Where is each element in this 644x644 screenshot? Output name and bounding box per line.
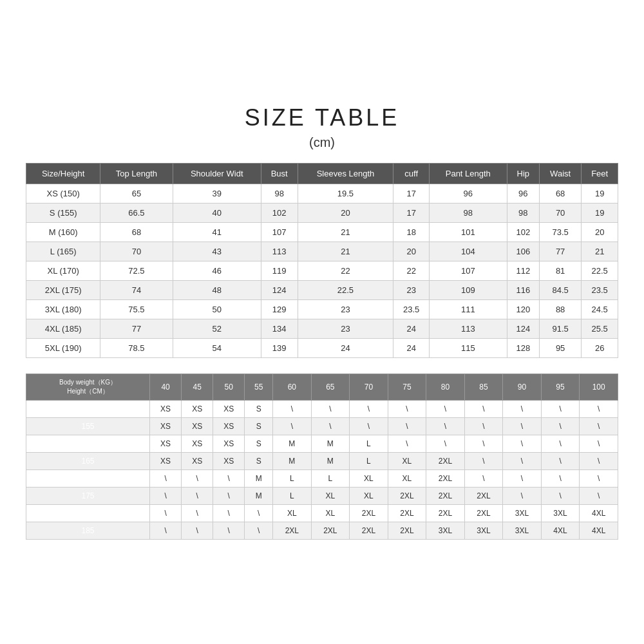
table-cell: 20 [582,223,618,242]
height-row-header: 175 [26,488,150,505]
weight-table-cell: 2XL [426,488,465,505]
table-cell: 22.5 [298,281,393,300]
main-table-header: Pant Length [430,164,507,184]
weight-table-cell: \ [350,418,388,435]
table-cell: 24 [393,319,430,339]
weight-table-cell: \ [541,488,580,505]
table-cell: 22.5 [582,261,618,281]
weight-table-cell: \ [388,401,426,418]
weight-table-cell: \ [245,505,273,522]
table-row: XL (170)72.54611922221071128122.5 [26,261,618,281]
table-cell: 106 [507,242,539,261]
main-table-header: Feet [582,164,618,184]
table-cell: L (165) [26,242,100,261]
weight-table-cell: \ [311,418,350,435]
weight-table-cell: \ [182,522,213,540]
table-cell: 68 [100,223,173,242]
weight-table-cell: XS [182,418,213,435]
table-cell: 17 [393,204,430,223]
table-cell: S (155) [26,204,100,223]
main-table-header: Waist [539,164,581,184]
table-cell: 50 [173,300,261,319]
weight-table-cell: 3XL [464,522,503,540]
page-title: SIZE TABLE [26,104,618,131]
table-cell: 24.5 [582,300,618,319]
table-cell: 84.5 [539,281,581,300]
weight-table-cell: XS [182,435,213,453]
main-table-header: Size/Height [26,164,100,184]
height-row-header: 165 [26,453,150,470]
table-row: 155XSXSXSS\\\\\\\\\ [26,418,618,435]
table-cell: 25.5 [582,319,618,339]
weight-table-cell: XL [311,505,350,522]
table-cell: 23 [393,281,430,300]
weight-table-cell: XS [213,418,245,435]
main-table-header: Hip [507,164,539,184]
main-size-table: Size/HeightTop LengthShoulder WidtBustSl… [26,163,618,358]
weight-table-cell: M [245,488,273,505]
weight-table-cell: \ [388,418,426,435]
table-cell: 21 [298,242,393,261]
table-row: 185\\\\2XL2XL2XL2XL3XL3XL3XL4XL4XL [26,522,618,540]
table-cell: 102 [507,223,539,242]
table-cell: 21 [298,223,393,242]
table-cell: 43 [173,242,261,261]
table-cell: 22 [298,261,393,281]
weight-table-cell: \ [464,453,503,470]
weight-table-cell: \ [213,470,245,488]
weight-table-cell: S [245,401,273,418]
weight-table-cell: 2XL [426,470,465,488]
table-row: M (160)6841107211810110273.520 [26,223,618,242]
weight-header: 50 [213,374,245,401]
weight-table-cell: 2XL [464,505,503,522]
table-cell: 109 [430,281,507,300]
weight-table-cell: \ [213,522,245,540]
weight-table-cell: \ [311,401,350,418]
table-cell: 115 [430,339,507,358]
weight-table-cell: 2XL [464,488,503,505]
weight-table-cell: \ [464,401,503,418]
weight-table-cell: 3XL [426,522,465,540]
table-row: 175\\\MLXLXL2XL2XL2XL\\\ [26,488,618,505]
table-cell: 124 [261,281,298,300]
table-cell: 107 [261,223,298,242]
table-row: 170\\\MLLXLXL2XL\\\\ [26,470,618,488]
weight-size-table: Body weight（KG）Height（CM）404550556065707… [26,374,618,540]
table-cell: 21 [582,242,618,261]
weight-table-cell: \ [580,453,618,470]
weight-table-cell: 2XL [350,522,388,540]
table-cell: 70 [539,204,581,223]
page-container: SIZE TABLE (cm) Size/HeightTop LengthSho… [13,79,631,565]
weight-table-cell: XS [150,401,182,418]
table-cell: 139 [261,339,298,358]
table-cell: 46 [173,261,261,281]
weight-table-cell: 2XL [388,505,426,522]
weight-header: 100 [580,374,618,401]
table-cell: 19 [582,184,618,204]
weight-table-cell: XL [311,488,350,505]
table-row: XS (150)65399819.51796966819 [26,184,618,204]
table-row: 150XSXSXSS\\\\\\\\\ [26,401,618,418]
weight-header: 75 [388,374,426,401]
weight-table-cell: XS [182,401,213,418]
table-cell: 41 [173,223,261,242]
weight-header: 40 [150,374,182,401]
weight-header: 45 [182,374,213,401]
weight-header: 70 [350,374,388,401]
table-cell: 26 [582,339,618,358]
weight-table-cell: 2XL [388,522,426,540]
table-cell: XS (150) [26,184,100,204]
weight-table-cell: L [350,453,388,470]
weight-table-cell: XS [150,435,182,453]
main-table-header: Bust [261,164,298,184]
table-cell: 20 [393,242,430,261]
table-cell: 134 [261,319,298,339]
weight-table-cell: \ [213,505,245,522]
table-cell: 129 [261,300,298,319]
weight-table-cell: \ [580,488,618,505]
table-cell: 20 [298,204,393,223]
weight-table-cell: \ [503,470,542,488]
table-cell: 112 [507,261,539,281]
table-cell: 102 [261,204,298,223]
table-cell: 124 [507,319,539,339]
